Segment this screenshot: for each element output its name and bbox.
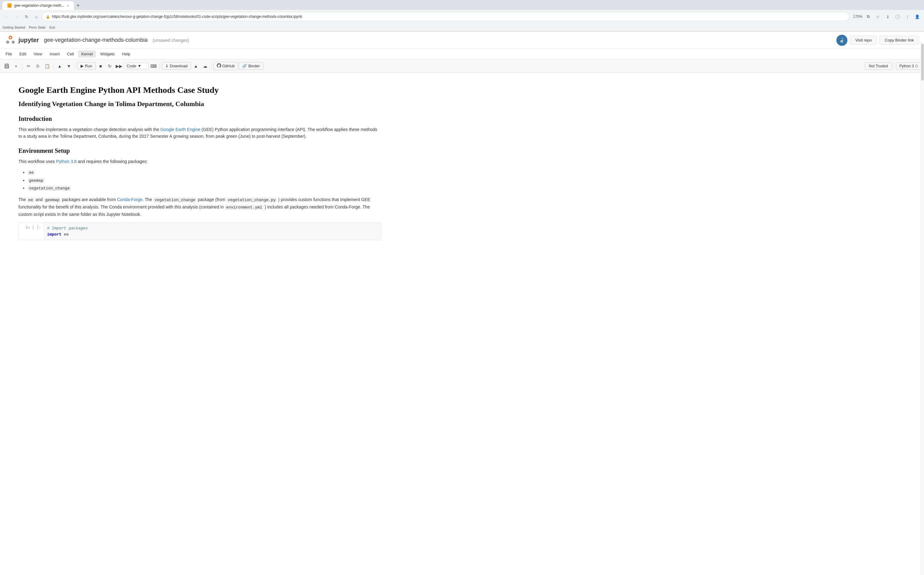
add-cell-button[interactable]: + (12, 62, 20, 70)
bookmark-getting-started[interactable]: Getting Started (2, 25, 25, 29)
notebook-content: Google Earth Engine Python API Methods C… (0, 73, 400, 257)
cut-button[interactable]: ✂ (24, 62, 33, 70)
nav-right-icons: 170% ⧉ ☆ ⇓ 🕐 ⋮ 👤 (852, 12, 922, 21)
settings-icon[interactable]: ⋮ (903, 12, 912, 21)
download-browser-icon[interactable]: ⇓ (883, 12, 892, 21)
notebook-main-title: Google Earth Engine Python API Methods C… (19, 85, 382, 95)
sep-2 (53, 62, 54, 70)
jupyter-logo: jupyter (5, 35, 39, 46)
back-button[interactable]: ← (2, 12, 11, 21)
github-button[interactable]: GitHub (213, 62, 238, 70)
cloud-upload-button[interactable]: ▲ (192, 62, 200, 70)
bookmark-esri[interactable]: Esri (49, 25, 55, 29)
save-button[interactable] (2, 62, 11, 70)
menu-edit[interactable]: Edit (16, 51, 29, 57)
svg-point-5 (841, 39, 842, 39)
menu-cell[interactable]: Cell (64, 51, 77, 57)
run-label: Run (85, 64, 92, 68)
bookmark-penn-state[interactable]: Penn State (29, 25, 46, 29)
copy-binder-button[interactable]: Copy Binder link (879, 36, 919, 44)
cell-type-value: Code (127, 64, 136, 68)
github-label: GitHub (223, 64, 235, 68)
sep-1 (22, 62, 22, 70)
inline-geemap: geemap (44, 197, 61, 203)
extensions-icon[interactable]: ⧉ (864, 12, 872, 21)
kernel-label: Python 3 (899, 64, 914, 68)
jupyter-wrapper: jupyter gee-vegetation-change-methods-co… (0, 32, 924, 564)
package-geemap: geemap (28, 176, 382, 184)
browser-nav: ← → ↻ ⌂ 🔒 https://hub.gke.mybinder.org/u… (0, 10, 924, 23)
menu-file[interactable]: File (2, 51, 15, 57)
kernel-status-circle (915, 65, 918, 68)
new-tab-button[interactable]: + (74, 1, 83, 10)
restart-button[interactable]: ↻ (105, 62, 114, 70)
menu-insert[interactable]: Insert (46, 51, 63, 57)
download-label: Download (170, 64, 188, 68)
scrollbar-thumb[interactable] (921, 44, 924, 81)
restart-run-all-button[interactable]: ▶▶ (115, 62, 123, 70)
inline-yml: environment.yml (225, 205, 263, 210)
menu-kernel[interactable]: Kernel (78, 51, 96, 57)
package-geemap-code: geemap (28, 178, 45, 183)
cloud-download-button[interactable]: ☁ (201, 62, 210, 70)
package-vegetation-change-code: vegetation_change (28, 186, 71, 191)
sep-6 (894, 62, 894, 70)
unsaved-indicator: (unsaved changes) (153, 38, 189, 43)
tab-bar: j gee-vegetation-change-meth... × + (0, 0, 924, 10)
inline-script: vegetation_change.py (226, 197, 277, 203)
setup-heading: Environment Setup (19, 147, 382, 154)
menu-widgets[interactable]: Widgets (97, 51, 118, 57)
copy-button[interactable]: ⎘ (33, 62, 42, 70)
conda-forge-link[interactable]: Conda-Forge (117, 197, 142, 202)
bookmark-icon[interactable]: ☆ (873, 12, 882, 21)
move-down-button[interactable]: ▼ (65, 62, 73, 70)
gee-link[interactable]: Google Earth Engine (160, 127, 200, 132)
not-trusted-indicator[interactable]: Not Trusted (865, 62, 892, 70)
browser-chrome: j gee-vegetation-change-meth... × + ← → … (0, 0, 924, 32)
cell-type-arrow: ▼ (137, 64, 142, 68)
inline-vegchange: vegetation_change (153, 197, 197, 203)
inline-ee: ee (27, 197, 35, 203)
profile-icon[interactable]: 👤 (913, 12, 922, 21)
download-button[interactable]: ⇓ Download (162, 62, 191, 70)
jupyter-header: jupyter gee-vegetation-change-methods-co… (0, 32, 924, 49)
jupyter-menubar: File Edit View Insert Cell Kernel Widget… (0, 49, 924, 59)
paste-button[interactable]: 📋 (43, 62, 51, 70)
code-comment-line: # Import packages (47, 226, 377, 232)
intro-heading: Introduction (19, 115, 382, 122)
home-button[interactable]: ⌂ (32, 12, 41, 21)
svg-rect-8 (6, 64, 8, 65)
menu-help[interactable]: Help (119, 51, 134, 57)
kernel-indicator: Python 3 (896, 62, 922, 70)
url-bar[interactable]: 🔒 https://hub.gke.mybinder.org/user/cale… (42, 12, 849, 21)
notebook-title[interactable]: gee-vegetation-change-methods-columbia (44, 37, 148, 43)
stop-button[interactable]: ■ (96, 62, 105, 70)
visit-repo-button[interactable]: Visit repo (850, 36, 877, 44)
cell-code[interactable]: # Import packages import ee (43, 223, 381, 240)
bookmark-esri-label: Esri (49, 25, 55, 29)
history-icon[interactable]: 🕐 (893, 12, 902, 21)
active-tab[interactable]: j gee-vegetation-change-meth... × (2, 1, 74, 10)
move-up-button[interactable]: ▲ (56, 62, 64, 70)
python38-link[interactable]: Python 3.8 (56, 159, 76, 164)
keyboard-shortcuts-button[interactable]: ⌨ (149, 62, 158, 70)
svg-point-1 (6, 41, 9, 44)
code-cell-1[interactable]: In [ ]: # Import packages import ee (19, 222, 382, 240)
zoom-level: 170% (853, 14, 862, 19)
svg-point-6 (842, 41, 843, 41)
download-arrow-icon: ⇓ (165, 64, 169, 68)
binder-button[interactable]: 🔗 Binder (239, 62, 263, 70)
forward-button[interactable]: → (12, 12, 21, 21)
sep-3 (75, 62, 75, 70)
scrollbar[interactable] (920, 43, 924, 564)
binder-label: Binder (248, 64, 260, 68)
run-button[interactable]: ▶ Run (77, 62, 95, 70)
reload-button[interactable]: ↻ (22, 12, 31, 21)
jupyter-logo-icon (5, 35, 16, 46)
tab-close-button[interactable]: × (67, 4, 68, 7)
cell-label: In [ ]: (19, 223, 43, 240)
menu-view[interactable]: View (30, 51, 45, 57)
binder-icon: 🔗 (242, 64, 247, 68)
cell-type-dropdown[interactable]: Code ▼ (124, 63, 149, 69)
tab-title: gee-vegetation-change-meth... (14, 3, 64, 8)
